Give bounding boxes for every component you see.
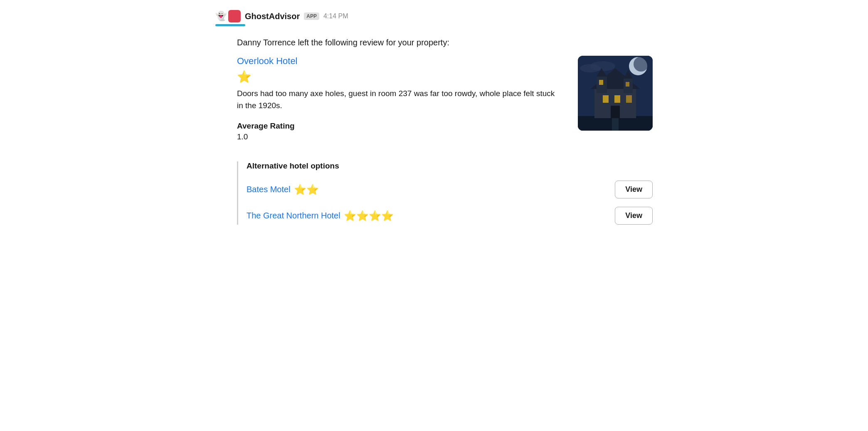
message-body: Danny Torrence left the following review… <box>215 38 653 225</box>
svg-rect-16 <box>626 82 629 87</box>
app-icons: 👻 <box>215 10 241 22</box>
alternatives-title: Alternative hotel options <box>247 161 653 171</box>
average-rating-section: Average Rating 1.0 <box>237 121 561 141</box>
review-text: Doors had too many axe holes, guest in r… <box>237 88 561 111</box>
review-stars: ⭐ <box>237 70 561 84</box>
app-logo-square <box>228 10 241 22</box>
timestamp: 4:14 PM <box>323 12 348 20</box>
bates-motel-link[interactable]: Bates Motel <box>247 185 291 194</box>
svg-rect-13 <box>614 95 620 103</box>
svg-rect-15 <box>599 80 603 85</box>
message-header: 👻 GhostAdvisor APP 4:14 PM <box>215 10 653 22</box>
message-container: 👻 GhostAdvisor APP 4:14 PM Danny Torrenc… <box>205 10 663 225</box>
alternative-left-1: Bates Motel ⭐⭐ <box>247 184 319 196</box>
svg-rect-12 <box>603 95 609 103</box>
bates-motel-stars: ⭐⭐ <box>294 184 319 196</box>
list-item: Bates Motel ⭐⭐ View <box>247 181 653 198</box>
great-northern-stars: ⭐⭐⭐⭐ <box>344 210 394 222</box>
review-content: Overlook Hotel ⭐ Doors had too many axe … <box>237 56 561 151</box>
svg-point-2 <box>634 57 649 72</box>
blue-bar <box>215 24 245 26</box>
svg-rect-18 <box>612 118 619 131</box>
ghost-icon: 👻 <box>215 11 227 22</box>
bates-motel-view-button[interactable]: View <box>615 181 653 198</box>
svg-point-4 <box>590 61 615 71</box>
list-item: The Great Northern Hotel ⭐⭐⭐⭐ View <box>247 207 653 225</box>
great-northern-view-button[interactable]: View <box>615 207 653 225</box>
intro-text: Danny Torrence left the following review… <box>237 38 653 47</box>
average-rating-label: Average Rating <box>237 121 561 131</box>
app-badge: APP <box>304 12 319 20</box>
svg-rect-14 <box>626 95 632 103</box>
app-name: GhostAdvisor <box>245 12 300 21</box>
hotel-name-link[interactable]: Overlook Hotel <box>237 56 561 67</box>
alternative-left-2: The Great Northern Hotel ⭐⭐⭐⭐ <box>247 210 394 222</box>
average-rating-value: 1.0 <box>237 132 561 141</box>
hotel-image <box>578 56 653 131</box>
svg-rect-17 <box>611 106 620 118</box>
alternatives-card: Alternative hotel options Bates Motel ⭐⭐… <box>237 161 653 225</box>
great-northern-link[interactable]: The Great Northern Hotel <box>247 211 340 220</box>
review-card: Overlook Hotel ⭐ Doors had too many axe … <box>237 56 653 151</box>
